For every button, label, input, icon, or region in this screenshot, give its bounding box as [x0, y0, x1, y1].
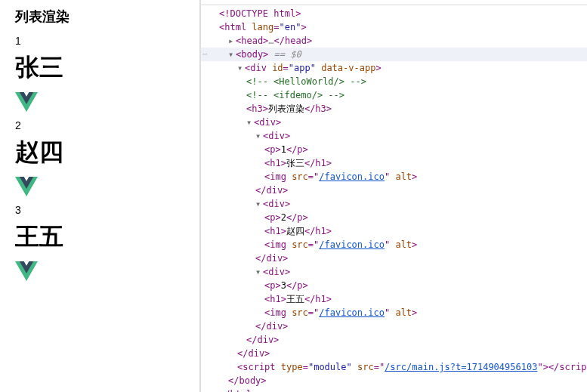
expand-arrow-icon[interactable]: ▸ — [228, 34, 236, 48]
list-item: 1 张三 — [15, 35, 184, 112]
list-item: 2 赵四 — [15, 119, 184, 196]
dom-node[interactable]: ▾<div> — [201, 265, 587, 279]
collapse-arrow-icon[interactable]: ▾ — [246, 116, 254, 129]
item-name: 张三 — [15, 51, 184, 85]
dom-node[interactable]: <!DOCTYPE html> — [201, 7, 587, 20]
item-index: 1 — [15, 35, 184, 47]
dom-node[interactable]: ▾<div> — [201, 129, 587, 143]
dom-node[interactable]: </div> — [201, 252, 587, 265]
collapse-arrow-icon[interactable]: ▾ — [228, 48, 236, 61]
dom-node[interactable]: </div> — [201, 347, 587, 360]
dom-node[interactable]: <p>2</p> — [201, 211, 587, 224]
item-index: 2 — [15, 119, 184, 131]
dom-node[interactable]: <img src="/favicon.ico" alt> — [201, 170, 587, 184]
item-index: 3 — [15, 204, 184, 216]
dom-node[interactable]: </body> — [201, 374, 587, 387]
dom-node[interactable]: <html lang="en"> — [201, 20, 587, 34]
dom-node[interactable]: <h1>王五</h1> — [201, 292, 587, 306]
dom-node[interactable]: ▾<div id="app" data-v-app> — [201, 61, 587, 75]
dom-node[interactable]: <!-- <ifdemo/> --> — [201, 88, 587, 102]
dom-tree[interactable]: <!DOCTYPE html> <html lang="en"> ▸<head>… — [201, 5, 587, 392]
dom-node-selected[interactable]: ⋯▾<body> == $0 — [201, 48, 587, 61]
vue-logo-icon — [15, 261, 38, 281]
devtools-elements-panel[interactable]: <!DOCTYPE html> <html lang="en"> ▸<head>… — [201, 0, 587, 392]
dom-node[interactable]: <img src="/favicon.ico" alt> — [201, 306, 587, 319]
dom-node[interactable]: </div> — [201, 319, 587, 333]
dom-node[interactable]: <h1>赵四</h1> — [201, 224, 587, 238]
dom-node[interactable]: ▾<div> — [201, 197, 587, 211]
dom-node[interactable]: <p>1</p> — [201, 143, 587, 156]
rendered-page: 列表渲染 1 张三 2 赵四 3 王五 — [0, 0, 199, 392]
dom-node[interactable]: <!-- <HelloWorld/> --> — [201, 75, 587, 88]
dom-node[interactable]: <img src="/favicon.ico" alt> — [201, 238, 587, 252]
collapse-arrow-icon[interactable]: ▾ — [255, 265, 263, 279]
list-item: 3 王五 — [15, 204, 184, 281]
vue-logo-icon — [15, 92, 38, 112]
dom-node[interactable]: ▸<head>…</head> — [201, 34, 587, 48]
vue-logo-icon — [15, 177, 38, 196]
item-name: 王五 — [15, 221, 184, 254]
dom-node[interactable]: <p>3</p> — [201, 279, 587, 292]
page-heading: 列表渲染 — [15, 8, 184, 26]
dom-node[interactable]: <h1>张三</h1> — [201, 156, 587, 170]
collapse-arrow-icon[interactable]: ▾ — [255, 197, 263, 211]
dom-node[interactable]: <script type="module" src="/src/main.js?… — [201, 360, 587, 374]
dom-node[interactable]: </div> — [201, 184, 587, 197]
dom-node[interactable]: ▾<div> — [201, 116, 587, 129]
collapse-arrow-icon[interactable]: ▾ — [237, 61, 245, 75]
item-name: 赵四 — [15, 136, 184, 169]
dom-node[interactable]: </div> — [201, 333, 587, 347]
dom-node[interactable]: <h3>列表渲染</h3> — [201, 102, 587, 116]
devtools-tabs[interactable] — [201, 0, 587, 5]
dom-node[interactable]: </html> — [201, 387, 587, 392]
collapse-arrow-icon[interactable]: ▾ — [255, 129, 263, 143]
